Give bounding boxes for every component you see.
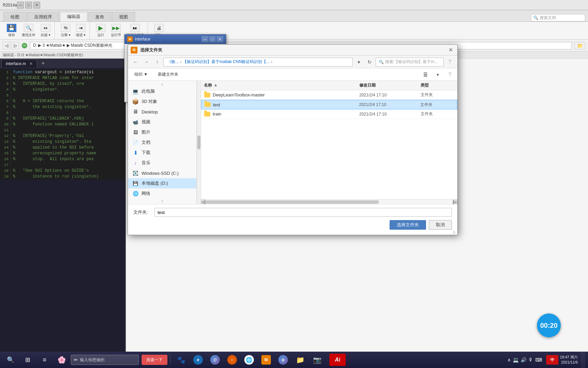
sidebar-item-3dobjects[interactable]: 📦 3D 对象 — [128, 96, 196, 107]
sidebar-item-videos[interactable]: 📹 视频 — [128, 117, 196, 127]
col-name[interactable]: 名称 ∧ — [204, 82, 359, 88]
sort-options-button[interactable]: ▾ — [433, 70, 442, 79]
maximize-button[interactable]: □ — [25, 2, 32, 9]
close-tab-button[interactable]: ✕ — [29, 61, 33, 66]
sidebar-item-music[interactable]: ♪ 音乐 — [128, 158, 196, 168]
filename-input[interactable] — [154, 208, 452, 217]
tab-draw[interactable]: 绘图 — [3, 12, 27, 21]
indent-button[interactable]: ⇥ 缩进 ▾ — [74, 23, 87, 38]
taskbar-flower-button[interactable]: 🌸 — [54, 353, 69, 367]
taskbar-swirl-button[interactable]: @ — [207, 353, 223, 367]
fs-path-bar[interactable]: 《验... › 【验证码识别】基于matlab CNN验证码识别【... › — [163, 58, 353, 66]
path-segment-1[interactable]: 《验... — [166, 59, 179, 65]
comment-button[interactable]: % 注释 ▾ — [59, 23, 72, 38]
search-button[interactable]: 搜索一下 — [142, 355, 167, 365]
run-button[interactable]: ▶ 运行 — [94, 23, 108, 38]
fs-up-button[interactable]: ↑ — [152, 58, 162, 66]
tab-apps[interactable]: 应用程序 — [27, 12, 59, 21]
back-nav-button[interactable]: ◁ — [3, 42, 10, 49]
taskbar-search-button[interactable]: 🔍 — [3, 353, 18, 367]
path-segment-2[interactable]: 【验证码识别】基于matlab CNN验证码识别【... — [182, 59, 270, 65]
taskbar-search-box[interactable]: ✏ 输入你想做的 — [71, 355, 139, 365]
search-box[interactable]: 🔍 搜索文档 — [531, 14, 585, 21]
tab-publish[interactable]: 发布 — [88, 12, 111, 21]
info-button[interactable]: ? — [445, 70, 455, 79]
sidebar-item-downloads[interactable]: ⬇ 下载 — [128, 148, 196, 158]
fs-close-button[interactable]: ✕ — [446, 46, 455, 54]
sidebar-item-hdd[interactable]: 💾 本地磁盘 (D:) — [128, 178, 196, 188]
cancel-button[interactable]: 取消 — [429, 220, 452, 230]
taskbar-ie-button[interactable]: e — [190, 353, 206, 367]
fs-scrollbar-h[interactable]: ◁ ▷ — [201, 199, 457, 204]
show-desktop-button[interactable] — [581, 352, 585, 368]
network-tray-icon[interactable]: 💻 — [513, 357, 519, 363]
tab-editor[interactable]: 编辑器 — [60, 12, 87, 21]
run-section-button[interactable]: ▶▶ 运行节 — [109, 23, 123, 38]
sidebar-item-network[interactable]: 🌐 网络 — [128, 188, 196, 199]
file-item-test[interactable]: test 2021/2/4 17:10 文件夹 — [201, 100, 457, 109]
taskbar-ai-button[interactable]: Ai — [326, 353, 349, 367]
taskbar-paw-icon[interactable]: 🐾 — [173, 353, 189, 367]
mic-tray-icon[interactable]: 🎙 — [528, 357, 533, 363]
file-item-train[interactable]: train 2021/2/4 17:10 文件夹 — [201, 109, 457, 119]
pictures-icon: 🖼 — [132, 129, 139, 136]
code-line-2: 2 % INTERFACE MATLAB code for inter — [0, 75, 125, 81]
sidebar-item-desktop[interactable]: 🖥 Desktop — [128, 107, 196, 117]
taskbar-chrome-button[interactable]: 🌐 — [241, 353, 257, 367]
fs-refresh-button[interactable]: ↻ — [365, 58, 374, 66]
select-folder-button[interactable]: 选择文件夹 — [390, 220, 426, 230]
tab-view[interactable]: 视图 — [112, 12, 135, 21]
sidebar-item-pictures[interactable]: 🖼 图片 — [128, 127, 196, 137]
new-folder-button[interactable]: 新建文件夹 — [154, 70, 182, 79]
fs-sidebar: ∧ 💻 此电脑 📦 3D 对象 🖥 Desktop — [128, 81, 197, 204]
sidebar-item-documents[interactable]: 📄 文档 — [128, 137, 196, 148]
editor-tab-interface[interactable]: interface.m ✕ — [1, 60, 37, 67]
code-line-8: 8 — [0, 110, 125, 116]
taskbar-photos-button[interactable]: 📷 — [309, 353, 325, 367]
sound-tray-icon[interactable]: 🔊 — [521, 357, 526, 363]
taskbar-menu-button[interactable]: ≡ — [37, 353, 52, 367]
flower-icon: 🌸 — [57, 355, 66, 365]
interface-maximize-button[interactable]: □ — [209, 36, 216, 42]
close-button[interactable]: ✕ — [33, 2, 40, 9]
resize-handle[interactable] — [453, 230, 457, 235]
keyboard-tray-icon[interactable]: ⌨ — [535, 357, 542, 363]
fs-forward-button[interactable]: → — [142, 58, 151, 66]
find-file-button[interactable]: 🔍 查找文件 — [20, 23, 37, 38]
fs-back-button[interactable]: ← — [131, 58, 140, 66]
taskbar-clock[interactable]: 19:47 周六 2021/11/6 — [560, 355, 578, 365]
col-date[interactable]: 修改日期 — [359, 82, 421, 88]
taskbar-folder-button[interactable]: 📁 — [292, 353, 308, 367]
taskbar-circle-button[interactable]: ○ — [224, 353, 240, 367]
interface-close-button[interactable]: ✕ — [216, 36, 223, 42]
fs-search-box[interactable]: 🔍 搜索'【验证码识别】基于m... — [376, 58, 444, 66]
scroll-right-btn[interactable]: ▷ — [453, 200, 457, 204]
scroll-left-btn[interactable]: ◁ — [201, 200, 206, 204]
fs-help-button[interactable]: ? — [445, 58, 455, 66]
organize-button[interactable]: 组织 ▼ — [131, 70, 151, 79]
file-item-deeplearn[interactable]: DeepLearnToolbox-master 2021/2/4 17:10 文… — [201, 90, 457, 100]
taskbar-ie2-button[interactable]: ⊕ — [275, 353, 291, 367]
sidebar-scroll-up[interactable]: ∧ — [128, 82, 196, 86]
interface-minimize-button[interactable]: — — [201, 36, 208, 42]
hdd-icon: 💾 — [132, 180, 139, 187]
taskbar-matlab-button[interactable]: M — [258, 353, 274, 367]
sidebar-item-cssd[interactable]: 💽 Windows-SSD (C:) — [128, 168, 196, 178]
taskbar-start-button[interactable]: ⊞ — [20, 353, 35, 367]
tray-up-icon[interactable]: ∧ — [507, 357, 511, 363]
compare-button[interactable]: ⇔ 比较 ▾ — [39, 23, 52, 38]
ime-indicator[interactable]: 中 — [546, 355, 558, 365]
file-section: 💾 保存 🔍 查找文件 ⇔ 比较 ▾ — [3, 22, 55, 39]
folder-browse-button[interactable]: 📁 — [574, 42, 585, 49]
add-tab-button[interactable]: + — [39, 59, 47, 67]
sidebar-scroll-down[interactable]: ∨ — [128, 199, 196, 203]
circle-icon: ○ — [227, 355, 237, 365]
col-type[interactable]: 类型 — [421, 82, 455, 88]
sidebar-item-thispc[interactable]: 💻 此电脑 — [128, 86, 196, 96]
sidebar-scrollbar[interactable] — [197, 81, 201, 204]
save-button[interactable]: 💾 保存 — [5, 23, 18, 38]
view-toggle-button[interactable]: ☰ — [421, 70, 430, 79]
forward-nav-button[interactable]: ▷ — [12, 42, 19, 49]
minimize-button[interactable]: — — [17, 2, 24, 9]
fs-dropdown-button[interactable]: ▾ — [354, 58, 363, 66]
